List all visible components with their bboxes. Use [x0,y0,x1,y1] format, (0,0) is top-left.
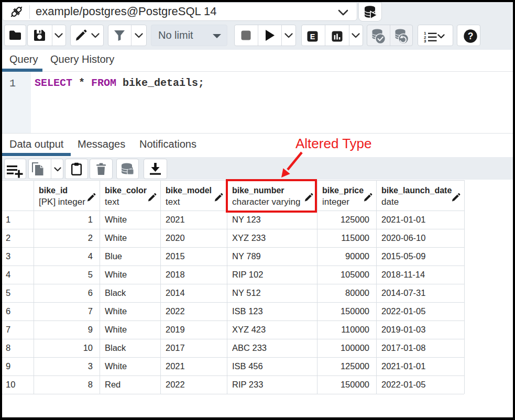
svg-text:E: E [310,32,315,41]
svg-text:3: 3 [424,39,426,43]
svg-text:?: ? [468,31,474,41]
